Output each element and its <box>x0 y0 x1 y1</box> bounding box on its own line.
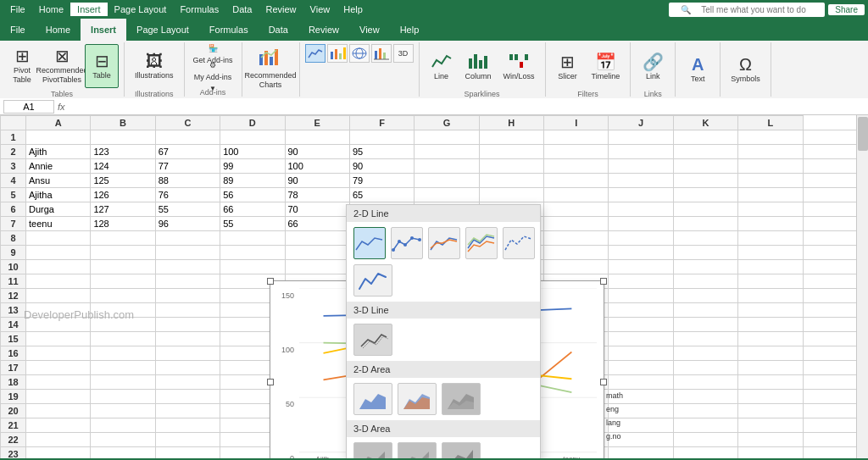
cell-r14-c11[interactable] <box>673 318 737 332</box>
cell-r13-c11[interactable] <box>673 303 737 318</box>
cell-r17-c2[interactable] <box>91 361 155 375</box>
cell-r23-c11[interactable] <box>673 447 737 459</box>
cell-r22-c2[interactable] <box>91 433 155 447</box>
cell-r5-c12[interactable] <box>738 188 803 202</box>
cell-r8-c1[interactable] <box>26 231 91 246</box>
area-3d-btn-1[interactable] <box>353 442 392 458</box>
cell-r16-c12[interactable] <box>738 346 803 361</box>
cell-r4-c9[interactable] <box>544 174 609 188</box>
cell-r2-c12[interactable] <box>738 145 803 159</box>
cell-r1-c3[interactable] <box>155 130 220 145</box>
cell-r1-c6[interactable] <box>349 130 414 145</box>
cell-r7-c10[interactable] <box>609 217 673 231</box>
cell-r6-c9[interactable] <box>544 202 609 217</box>
cell-r7-c3[interactable]: 96 <box>155 217 220 231</box>
cell-r3-c8[interactable] <box>479 159 543 174</box>
cell-r2-c3[interactable]: 67 <box>155 145 220 159</box>
menu-review[interactable]: Review <box>259 3 303 16</box>
menu-formulas[interactable]: Formulas <box>173 3 225 16</box>
cell-r7-c12[interactable] <box>738 217 803 231</box>
chart-handle-midright[interactable] <box>600 379 607 385</box>
area-2d-btn-3[interactable] <box>442 383 481 415</box>
cell-r6-c4[interactable]: 66 <box>220 202 285 217</box>
cell-r4-c11[interactable] <box>673 174 737 188</box>
cell-r2-c4[interactable]: 100 <box>220 145 285 159</box>
area-2d-btn-1[interactable] <box>353 383 392 415</box>
cell-r22-c1[interactable] <box>26 433 91 447</box>
cell-r6-c11[interactable] <box>673 202 737 217</box>
cell-r2-c5[interactable]: 90 <box>285 145 349 159</box>
cell-r14-c2[interactable] <box>91 318 155 332</box>
cell-r17-c10[interactable] <box>609 361 673 375</box>
line-sparkline-button[interactable]: Line <box>425 44 459 88</box>
cell-r9-c4[interactable] <box>220 246 285 260</box>
maps-icon-btn[interactable] <box>349 44 370 63</box>
chart-handle-topleft[interactable] <box>267 278 274 285</box>
cell-r2-c7[interactable] <box>415 145 479 159</box>
cell-r13-c2[interactable] <box>91 303 155 318</box>
cell-r6-c10[interactable] <box>609 202 673 217</box>
line-3d-btn-1[interactable] <box>353 324 392 356</box>
my-addins-button[interactable]: ⚙ My Add-ins ▼ <box>190 66 236 86</box>
cell-r1-c8[interactable] <box>479 130 543 145</box>
cell-r23-c3[interactable] <box>155 447 220 459</box>
menu-data[interactable]: Data <box>225 3 259 16</box>
cell-r7-c5[interactable]: 66 <box>285 217 349 231</box>
cell-r16-c2[interactable] <box>91 346 155 361</box>
menu-home[interactable]: Home <box>32 3 70 16</box>
cell-r15-c11[interactable] <box>673 332 737 346</box>
line-2d-btn-3[interactable] <box>428 227 460 259</box>
cell-r8-c10[interactable] <box>609 231 673 246</box>
cell-r4-c7[interactable] <box>415 174 479 188</box>
text-button[interactable]: A Text <box>681 47 715 91</box>
cell-r3-c1[interactable]: Annie <box>26 159 91 174</box>
cell-r9-c5[interactable] <box>285 246 349 260</box>
line-chart-icon-btn[interactable] <box>305 44 326 63</box>
cell-r16-c11[interactable] <box>673 346 737 361</box>
cell-r3-c6[interactable]: 90 <box>349 159 414 174</box>
cell-r11-c12[interactable] <box>738 274 803 289</box>
line-2d-btn-5[interactable] <box>503 227 535 259</box>
formula-input[interactable] <box>69 101 865 113</box>
menu-view[interactable]: View <box>303 3 337 16</box>
cell-r12-c2[interactable] <box>91 289 155 303</box>
cell-r5-c8[interactable] <box>479 188 543 202</box>
cell-r14-c3[interactable] <box>155 318 220 332</box>
cell-r23-c10[interactable] <box>609 447 673 459</box>
cell-r8-c11[interactable] <box>673 231 737 246</box>
cell-r3-c7[interactable] <box>415 159 479 174</box>
cell-r1-c12[interactable] <box>738 130 803 145</box>
cell-r7-c1[interactable]: teenu <box>26 217 91 231</box>
cell-r4-c5[interactable]: 90 <box>285 174 349 188</box>
tab-data[interactable]: Data <box>259 19 298 41</box>
cell-r15-c3[interactable] <box>155 332 220 346</box>
cell-r11-c3[interactable] <box>155 274 220 289</box>
line-2d-btn-2[interactable] <box>391 227 423 259</box>
line-2d-btn-4[interactable] <box>465 227 498 259</box>
cell-r19-c11[interactable] <box>673 390 737 404</box>
recommended-pivottables-button[interactable]: ⊠ RecommendedPivotTables <box>41 44 83 88</box>
cell-r10-c3[interactable] <box>155 260 220 274</box>
scrollbar-thumb[interactable] <box>858 117 868 151</box>
cell-r21-c3[interactable] <box>155 418 220 433</box>
cell-r3-c3[interactable]: 77 <box>155 159 220 174</box>
cell-r9-c3[interactable] <box>155 246 220 260</box>
column-sparkline-button[interactable]: Column <box>460 44 497 88</box>
cell-r15-c12[interactable] <box>738 332 803 346</box>
cell-r9-c10[interactable] <box>609 246 673 260</box>
cell-r3-c5[interactable]: 100 <box>285 159 349 174</box>
cell-r17-c3[interactable] <box>155 361 220 375</box>
column-chart-icon-btn[interactable] <box>327 44 348 63</box>
cell-r7-c9[interactable] <box>544 217 609 231</box>
chart-dropdown-panel[interactable]: 2-D Line <box>346 204 541 458</box>
recommended-charts-button[interactable]: Recommended Charts <box>248 47 294 91</box>
table-button[interactable]: ⊟ Table <box>85 44 119 88</box>
cell-r3-c11[interactable] <box>673 159 737 174</box>
cell-r8-c4[interactable] <box>220 231 285 246</box>
cell-r19-c3[interactable] <box>155 390 220 404</box>
cell-r15-c1[interactable] <box>26 332 91 346</box>
winloss-sparkline-button[interactable]: Win/Loss <box>498 44 540 88</box>
menu-file[interactable]: File <box>3 3 32 16</box>
cell-r14-c12[interactable] <box>738 318 803 332</box>
cell-r21-c12[interactable] <box>738 418 803 433</box>
